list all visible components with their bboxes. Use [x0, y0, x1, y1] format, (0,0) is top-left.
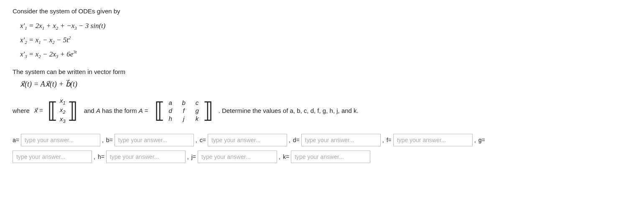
g-label: g=	[479, 137, 485, 143]
j-label: j=	[191, 153, 196, 160]
where-row: where x⃗ = ⟦ x1 x2 x3 ⟧ and A has the fo…	[13, 96, 631, 125]
vector-equation: x⃗(t) = Ax⃗(t) + b⃗(t)	[20, 79, 631, 89]
b-input[interactable]	[115, 134, 194, 146]
equations-block: x′1 = 2x1 + x2 + −x3 − 3 sin(t) x′2 = x1…	[20, 19, 631, 61]
and-a-text: and A has the form A =	[84, 107, 148, 114]
bracket-right-x: ⟧	[67, 100, 78, 121]
k-input[interactable]	[291, 151, 370, 163]
where-label: where	[13, 107, 30, 114]
a-label: a=	[13, 137, 19, 143]
comma-bc: ,	[196, 137, 197, 143]
h-input[interactable]	[106, 151, 186, 163]
comma-fg: ,	[474, 137, 476, 143]
d-label: d=	[293, 137, 300, 143]
g-input[interactable]	[13, 151, 92, 163]
determine-text: . Determine the values of a, b, c, d, f,…	[219, 107, 359, 114]
comma-hj: ,	[187, 153, 189, 160]
inputs-row1: a= , b= , c= , d= , f= , g=	[13, 134, 631, 146]
equation-2: x′2 = x1 − x2 − 5t2	[20, 33, 631, 47]
comma-ab: ,	[102, 137, 104, 143]
matrix-a: ⟦ a b c d f g h j k ⟧	[154, 98, 214, 123]
comma-df: ,	[382, 137, 384, 143]
h-label: h=	[98, 153, 104, 160]
vector-form-text: The system can be written in vector form	[13, 68, 631, 75]
b-label: b=	[106, 137, 113, 143]
comma-cd: ,	[289, 137, 290, 143]
bracket-right-a: ⟧	[203, 100, 214, 121]
j-input[interactable]	[198, 151, 277, 163]
intro-text: Consider the system of ODEs given by	[13, 8, 631, 15]
c-label: c=	[200, 137, 206, 143]
a-input[interactable]	[21, 134, 100, 146]
d-input[interactable]	[301, 134, 381, 146]
equation-1: x′1 = 2x1 + x2 + −x3 − 3 sin(t)	[20, 19, 631, 33]
equation-3: x′3 = x2 − 2x3 + 6e3t	[20, 47, 631, 61]
matrix-a-cells: a b c d f g h j k	[166, 98, 202, 123]
bracket-left-a: ⟦	[154, 100, 165, 121]
x-vector-label: x⃗ =	[34, 107, 43, 114]
matrix-x: ⟦ x1 x2 x3 ⟧	[47, 96, 78, 125]
inputs-row2: , h= , j= , k=	[13, 151, 631, 163]
f-label: f=	[387, 137, 392, 143]
k-label: k=	[283, 153, 289, 160]
comma-jk: ,	[279, 153, 280, 160]
comma-gh: ,	[94, 153, 95, 160]
matrix-x-cells: x1 x2 x3	[59, 96, 66, 125]
f-input[interactable]	[393, 134, 473, 146]
bracket-left-x: ⟦	[47, 100, 58, 121]
c-input[interactable]	[208, 134, 287, 146]
